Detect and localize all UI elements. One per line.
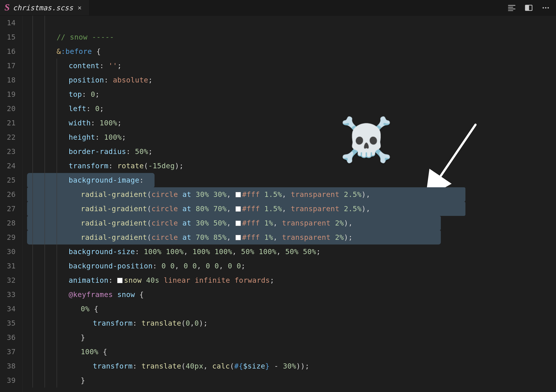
code-line[interactable]: } — [27, 330, 556, 345]
code-token: :before — [61, 47, 92, 56]
code-token: ); — [344, 233, 353, 241]
code-token — [230, 276, 235, 285]
code-line[interactable]: radial-gradient(circle at 30% 30%, #fff … — [27, 187, 465, 202]
code-token: 40s — [146, 276, 159, 285]
code-line[interactable]: 0% { — [27, 302, 556, 316]
line-number: 37 — [0, 345, 16, 359]
code-line[interactable]: &:before { — [27, 44, 556, 59]
indent-guide — [32, 159, 33, 173]
code-line[interactable]: } — [27, 373, 556, 388]
code-line[interactable]: @keyframes snow { — [27, 287, 556, 302]
code-line[interactable]: top: 0; — [27, 87, 556, 101]
code-line[interactable]: radial-gradient(circle at 70% 85%, #fff … — [27, 230, 441, 244]
tab-close-button[interactable]: × — [76, 4, 83, 12]
indent-guide — [45, 144, 45, 159]
indent-guide — [57, 373, 57, 388]
code-token: ; — [270, 276, 274, 285]
code-token: 1.5% — [264, 190, 282, 199]
code-token: 100% — [215, 247, 232, 256]
indent-guide — [45, 16, 45, 30]
code-token: 30% — [213, 190, 227, 199]
code-token: } — [81, 333, 85, 342]
color-swatch[interactable] — [236, 192, 241, 197]
code-token — [191, 204, 196, 213]
line-number: 39 — [0, 373, 16, 388]
code-token: ; — [241, 262, 246, 270]
indent-guide — [57, 101, 57, 116]
code-line[interactable]: transform: translate(40px, calc(#{$size}… — [27, 359, 556, 373]
color-swatch[interactable] — [236, 206, 241, 212]
code-token: circle — [151, 219, 178, 227]
split-editor-icon[interactable] — [524, 3, 533, 12]
code-line[interactable]: border-radius: 50%; — [27, 144, 556, 159]
indent-guide — [57, 330, 57, 345]
code-line[interactable]: 100% { — [27, 345, 556, 359]
code-token — [166, 262, 170, 270]
code-token: ; — [148, 147, 153, 156]
code-token: - — [270, 362, 283, 370]
code-line[interactable]: transform: translate(0,0); — [27, 316, 556, 330]
code-line[interactable]: position: absolute; — [27, 73, 556, 87]
indent-guide — [32, 373, 33, 388]
indent-guide — [45, 230, 45, 244]
code-editor[interactable]: 1415161718192021222324252627282930313233… — [0, 16, 556, 392]
code-line[interactable] — [27, 16, 556, 30]
indent-guide — [32, 273, 33, 287]
line-number-gutter: 1415161718192021222324252627282930313233… — [0, 16, 22, 392]
code-token: 100% — [81, 347, 98, 356]
code-line[interactable]: content: ''; — [27, 59, 556, 73]
code-token — [331, 219, 335, 227]
tab-active[interactable]: S christmas.scss × — [0, 0, 89, 15]
color-swatch[interactable] — [117, 278, 123, 283]
code-token: : — [139, 176, 144, 184]
code-line[interactable]: transform: rotate(-15deg); — [27, 159, 556, 173]
code-token: ), — [344, 219, 353, 227]
code-token — [260, 233, 264, 241]
code-token: ; — [95, 90, 100, 98]
indent-guide — [45, 302, 45, 316]
code-token: , — [175, 262, 184, 270]
code-token: circle — [151, 190, 178, 199]
code-token: , — [227, 190, 236, 199]
code-token: ; — [148, 76, 153, 84]
code-token — [191, 219, 196, 227]
code-token: transparent — [282, 233, 331, 241]
line-number: 21 — [0, 116, 16, 130]
align-icon[interactable] — [507, 3, 516, 12]
code-line[interactable]: left: 0; — [27, 101, 556, 116]
code-line[interactable]: background-size: 100% 100%, 100% 100%, 5… — [27, 244, 556, 259]
code-line[interactable]: animation: snow 40s linear infinite forw… — [27, 273, 556, 287]
code-token: : — [108, 162, 117, 170]
code-token: at — [183, 190, 192, 199]
code-line[interactable]: height: 100%; — [27, 130, 556, 144]
code-token: 50% — [213, 219, 227, 227]
more-icon[interactable] — [541, 3, 550, 12]
code-line[interactable]: radial-gradient(circle at 30% 50%, #fff … — [27, 216, 441, 230]
code-token: snow — [117, 290, 135, 299]
color-swatch[interactable] — [236, 221, 241, 226]
code-line[interactable]: background-position: 0 0, 0 0, 0 0, 0 0; — [27, 259, 556, 273]
indent-guide — [32, 259, 33, 273]
code-token: )); — [296, 362, 309, 370]
code-token: content — [69, 61, 100, 70]
code-token — [254, 247, 259, 256]
indent-guide — [32, 187, 33, 202]
color-swatch[interactable] — [236, 235, 241, 240]
tabbar-actions — [507, 0, 556, 15]
code-line[interactable]: background-image: — [27, 173, 154, 187]
code-token: , — [227, 204, 236, 213]
indent-guide — [57, 173, 57, 187]
sass-icon: S — [4, 3, 10, 12]
code-line[interactable]: // snow ----- — [27, 30, 556, 44]
code-line[interactable]: width: 100%; — [27, 116, 556, 130]
code-token — [160, 276, 164, 285]
code-area[interactable]: ☠️ // snow -----&:before {content: '';po… — [22, 16, 556, 392]
code-line[interactable]: radial-gradient(circle at 80% 70%, #fff … — [27, 202, 465, 216]
code-token — [209, 233, 213, 241]
indent-guide — [57, 230, 57, 244]
indent-guide — [32, 302, 33, 316]
code-token: 0 — [91, 90, 95, 98]
code-token: } — [265, 362, 270, 370]
indent-guide — [32, 287, 33, 302]
code-token: 85% — [213, 233, 227, 241]
